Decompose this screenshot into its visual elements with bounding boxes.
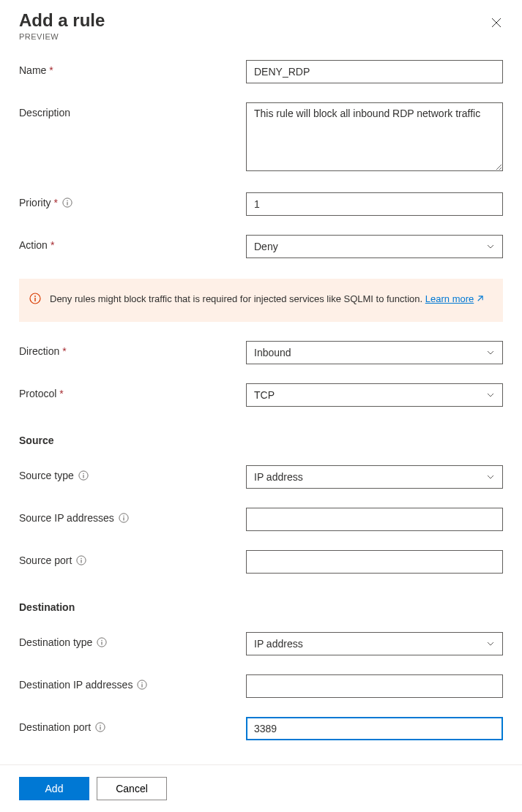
name-label: Name* (19, 60, 246, 76)
info-icon (29, 293, 41, 304)
priority-label: Priority* (19, 192, 246, 208)
protocol-label: Protocol* (19, 383, 246, 399)
source-section-heading: Source (19, 435, 503, 446)
svg-point-7 (83, 473, 83, 473)
external-link-icon (476, 295, 484, 303)
source-port-label: Source port (19, 550, 246, 566)
priority-input[interactable] (246, 192, 503, 216)
info-icon[interactable] (97, 637, 107, 647)
svg-rect-11 (123, 517, 124, 520)
source-port-input[interactable] (246, 550, 503, 574)
source-type-select[interactable]: IP address (246, 465, 503, 489)
description-label: Description (19, 102, 246, 119)
destination-section-heading: Destination (19, 601, 503, 613)
destination-type-label: Destination type (19, 632, 246, 648)
svg-rect-14 (81, 560, 82, 563)
info-icon[interactable] (137, 680, 147, 690)
info-icon[interactable] (62, 198, 72, 208)
preview-badge: PREVIEW (19, 32, 105, 41)
destination-port-label: Destination port (19, 717, 246, 733)
direction-select[interactable]: Inbound (246, 341, 503, 364)
info-icon[interactable] (119, 513, 129, 523)
required-star: * (62, 345, 66, 357)
svg-point-19 (142, 682, 143, 683)
svg-rect-17 (102, 642, 102, 644)
svg-point-22 (100, 724, 100, 725)
learn-more-link[interactable]: Learn more (425, 293, 484, 304)
svg-rect-2 (67, 202, 67, 205)
svg-rect-5 (34, 298, 35, 301)
required-star: * (49, 64, 53, 76)
panel-footer: Add Cancel (0, 764, 522, 812)
chevron-down-icon (486, 473, 495, 481)
svg-point-16 (102, 639, 102, 640)
svg-rect-23 (100, 726, 101, 729)
destination-ip-label: Destination IP addresses (19, 674, 246, 691)
svg-rect-20 (142, 684, 143, 687)
deny-warning-bar: Deny rules might block traffic that is r… (19, 279, 503, 322)
required-star: * (51, 239, 54, 251)
required-star: * (59, 388, 63, 399)
action-select-value: Deny (254, 241, 278, 252)
name-input[interactable] (246, 60, 503, 83)
source-type-select-value: IP address (254, 471, 303, 483)
close-icon (491, 18, 502, 28)
description-textarea[interactable]: This rule will block all inbound RDP net… (246, 102, 503, 171)
action-label: Action* (19, 235, 246, 251)
svg-point-10 (123, 515, 124, 516)
close-button[interactable] (485, 12, 507, 34)
source-type-label: Source type (19, 465, 246, 481)
chevron-down-icon (486, 391, 495, 399)
source-ip-input[interactable] (246, 508, 503, 531)
info-icon[interactable] (95, 722, 105, 732)
cancel-button[interactable]: Cancel (97, 777, 167, 800)
source-ip-label: Source IP addresses (19, 508, 246, 524)
destination-port-input[interactable] (246, 717, 503, 740)
direction-select-value: Inbound (254, 347, 291, 358)
protocol-select-value: TCP (254, 389, 275, 401)
warning-text: Deny rules might block traffic that is r… (50, 293, 425, 304)
required-star: * (54, 197, 58, 208)
info-icon[interactable] (78, 470, 89, 481)
destination-type-select[interactable]: IP address (246, 632, 503, 655)
chevron-down-icon (486, 639, 495, 648)
destination-ip-input[interactable] (246, 674, 503, 698)
info-icon[interactable] (76, 555, 86, 565)
direction-label: Direction* (19, 341, 246, 357)
chevron-down-icon (486, 348, 495, 357)
destination-type-select-value: IP address (254, 638, 303, 650)
add-button[interactable]: Add (19, 777, 89, 800)
svg-point-4 (34, 296, 36, 297)
protocol-select[interactable]: TCP (246, 383, 503, 407)
action-select[interactable]: Deny (246, 235, 503, 258)
panel-header: Add a rule PREVIEW (19, 10, 503, 41)
panel-title: Add a rule (19, 10, 105, 31)
svg-point-1 (67, 200, 67, 201)
svg-rect-8 (83, 475, 83, 478)
svg-point-13 (81, 557, 82, 558)
chevron-down-icon (486, 242, 495, 251)
